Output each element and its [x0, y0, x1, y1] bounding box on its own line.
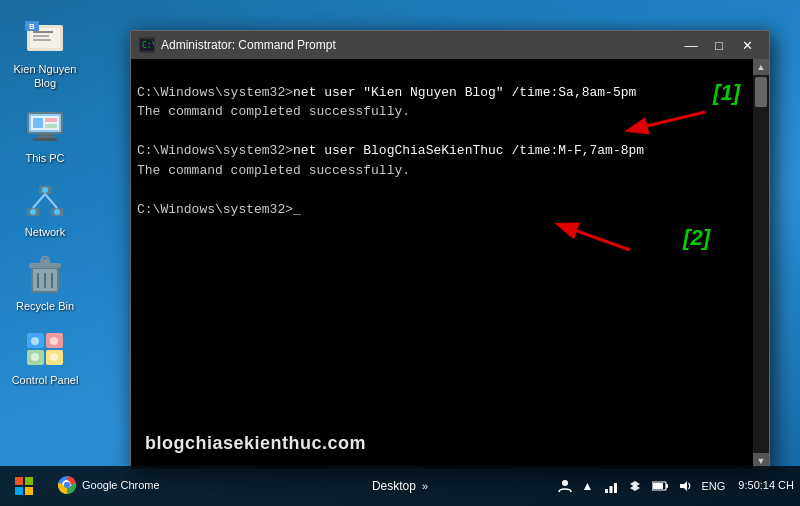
desktop-icon-blog[interactable]: B Kien NguyenBlog	[3, 10, 88, 99]
svg-line-18	[33, 194, 45, 208]
tray-battery-icon[interactable]	[649, 479, 671, 493]
recycle-bin-label: Recycle Bin	[16, 299, 74, 313]
blog-icon: B	[25, 18, 65, 58]
svg-point-53	[562, 480, 568, 486]
tray-dropbox-icon[interactable]	[625, 479, 645, 493]
svg-point-36	[50, 337, 58, 345]
svg-point-20	[42, 187, 48, 193]
start-button[interactable]	[0, 466, 48, 506]
svg-rect-55	[609, 486, 612, 493]
tray-user-icon[interactable]	[555, 479, 575, 493]
taskbar-app-chrome[interactable]: Google Chrome	[48, 466, 170, 506]
cmd-body: C:\Windows\system32>net user "Kien Nguye…	[131, 59, 769, 469]
svg-rect-54	[605, 489, 608, 493]
cmd-scrollbar[interactable]: ▲ ▼	[753, 59, 769, 469]
taskbar-middle: Desktop »	[372, 479, 428, 493]
svg-text:B: B	[29, 22, 35, 31]
svg-rect-9	[37, 134, 53, 138]
svg-rect-47	[15, 487, 23, 495]
tray-language-label[interactable]: ENG	[699, 480, 729, 492]
tray-volume-icon[interactable]	[675, 479, 695, 493]
svg-rect-45	[15, 477, 23, 485]
svg-point-38	[50, 353, 58, 361]
svg-rect-12	[33, 118, 43, 128]
svg-rect-61	[653, 483, 663, 489]
cmd-titlebar: C:\ Administrator: Command Prompt — □ ✕	[131, 31, 769, 59]
svg-rect-13	[45, 118, 57, 122]
tray-expand-icon[interactable]: ▲	[579, 479, 597, 493]
desktop-icon-network[interactable]: Network	[3, 173, 88, 247]
desktop-icon-recycle-bin[interactable]: Recycle Bin	[3, 247, 88, 321]
clock-time: 9:50:14 CH	[738, 478, 794, 493]
taskbar: Google Chrome Desktop » ▲	[0, 466, 800, 506]
desktop-icon-this-pc[interactable]: This PC	[3, 99, 88, 173]
this-pc-label: This PC	[25, 151, 64, 165]
svg-rect-48	[25, 487, 33, 495]
svg-point-21	[30, 209, 36, 215]
desktop-label: Desktop	[372, 479, 416, 493]
control-panel-label: Control Panel	[12, 373, 79, 387]
this-pc-icon	[25, 107, 65, 147]
cmd-window: C:\ Administrator: Command Prompt — □ ✕ …	[130, 30, 770, 470]
cmd-content[interactable]: C:\Windows\system32>net user "Kien Nguye…	[131, 59, 753, 469]
chrome-taskbar-label: Google Chrome	[82, 479, 160, 491]
svg-line-19	[45, 194, 57, 208]
svg-text:C:\: C:\	[142, 41, 154, 50]
close-button[interactable]: ✕	[733, 31, 761, 59]
control-panel-icon	[25, 329, 65, 369]
svg-rect-3	[33, 35, 49, 37]
tray-network-icon[interactable]	[601, 479, 621, 493]
desktop-chevron[interactable]: »	[422, 480, 428, 492]
svg-rect-46	[25, 477, 33, 485]
watermark: blogchiasekienthuc.com	[145, 433, 366, 454]
desktop-icon-control-panel[interactable]: Control Panel	[3, 321, 88, 395]
window-controls: — □ ✕	[677, 31, 761, 59]
taskbar-right: ▲	[555, 466, 800, 506]
taskbar-left: Google Chrome	[0, 466, 555, 506]
svg-point-52	[64, 482, 70, 488]
cmd-window-title: Administrator: Command Prompt	[161, 38, 677, 52]
svg-rect-56	[614, 483, 617, 493]
network-icon	[25, 181, 65, 221]
desktop-icons: B Kien NguyenBlog This PC	[0, 10, 90, 396]
minimize-button[interactable]: —	[677, 31, 705, 59]
svg-marker-58	[630, 485, 640, 491]
svg-marker-62	[680, 481, 687, 491]
network-label: Network	[25, 225, 65, 239]
blog-icon-label: Kien NguyenBlog	[14, 62, 77, 91]
scroll-track[interactable]	[753, 75, 769, 453]
svg-rect-14	[45, 124, 57, 128]
svg-rect-4	[33, 39, 51, 41]
cmd-window-icon: C:\	[139, 37, 155, 53]
scroll-thumb[interactable]	[755, 77, 767, 107]
svg-point-35	[31, 337, 39, 345]
svg-point-37	[31, 353, 39, 361]
taskbar-clock: 9:50:14 CH	[732, 478, 794, 493]
svg-rect-10	[33, 138, 57, 141]
recycle-bin-icon	[25, 255, 65, 295]
svg-point-22	[54, 209, 60, 215]
svg-rect-60	[666, 484, 668, 488]
scroll-up-arrow[interactable]: ▲	[753, 59, 769, 75]
svg-rect-2	[33, 31, 53, 33]
maximize-button[interactable]: □	[705, 31, 733, 59]
